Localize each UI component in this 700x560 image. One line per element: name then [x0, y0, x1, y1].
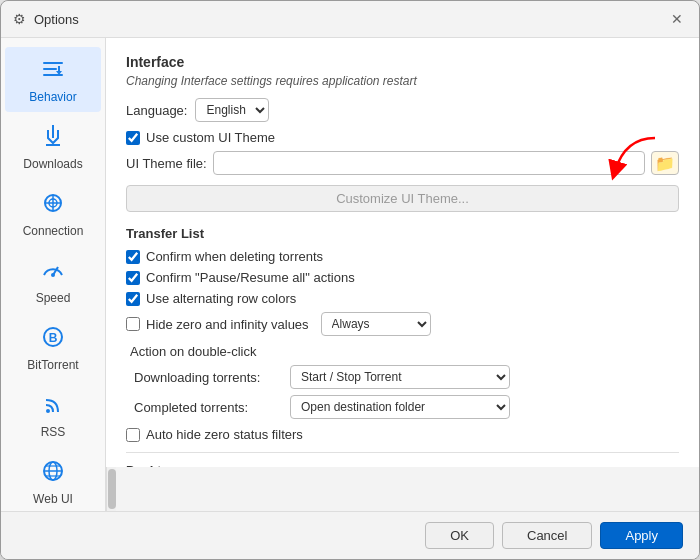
behavior-icon — [39, 55, 67, 87]
ok-button[interactable]: OK — [425, 522, 494, 549]
svg-text:B: B — [49, 331, 58, 345]
main-content: Interface Changing Interface settings re… — [106, 38, 699, 467]
confirm-delete-row: Confirm when deleting torrents — [126, 249, 679, 264]
hide-zero-row: Hide zero and infinity values Always Nev… — [126, 312, 679, 336]
auto-hide-label: Auto hide zero status filters — [146, 427, 303, 442]
theme-file-row: UI Theme file: 📁 — [126, 151, 679, 175]
confirm-pause-checkbox[interactable] — [126, 271, 140, 285]
rss-icon — [39, 390, 67, 422]
action-double-click-label: Action on double-click — [130, 344, 679, 359]
title-bar: ⚙ Options ✕ — [1, 1, 699, 38]
language-row: Language: English — [126, 98, 679, 122]
language-select[interactable]: English — [195, 98, 269, 122]
scrollbar[interactable] — [106, 467, 116, 511]
title-bar-left: ⚙ Options — [13, 11, 79, 27]
sidebar-item-speed[interactable]: Speed — [5, 248, 101, 313]
theme-file-input[interactable] — [213, 151, 645, 175]
use-custom-theme-checkbox[interactable] — [126, 131, 140, 145]
connection-icon — [39, 189, 67, 221]
svg-point-15 — [46, 409, 50, 413]
window-icon: ⚙ — [13, 11, 26, 27]
sidebar-item-connection[interactable]: Connection — [5, 181, 101, 246]
sidebar-item-speed-label: Speed — [36, 291, 71, 305]
close-button[interactable]: ✕ — [667, 9, 687, 29]
language-label: Language: — [126, 103, 187, 118]
sidebar-item-webui-label: Web UI — [33, 492, 73, 506]
sidebar-item-bittorrent-label: BitTorrent — [27, 358, 78, 372]
svg-rect-0 — [43, 62, 63, 64]
downloads-icon — [39, 122, 67, 154]
hide-zero-label: Hide zero and infinity values — [146, 317, 309, 332]
interface-note: Changing Interface settings requires app… — [126, 74, 679, 88]
downloading-label: Downloading torrents: — [134, 370, 284, 385]
alternating-rows-checkbox[interactable] — [126, 292, 140, 306]
sidebar-item-behavior[interactable]: Behavior — [5, 47, 101, 112]
sidebar-item-webui[interactable]: Web UI — [5, 449, 101, 511]
theme-file-label: UI Theme file: — [126, 156, 207, 171]
cancel-button[interactable]: Cancel — [502, 522, 592, 549]
sidebar: Behavior Downloads — [1, 38, 106, 511]
webui-icon — [39, 457, 67, 489]
downloading-select[interactable]: Start / Stop Torrent Open Properties — [290, 365, 510, 389]
apply-button[interactable]: Apply — [600, 522, 683, 549]
content-area: Behavior Downloads — [1, 38, 699, 511]
completed-label: Completed torrents: — [134, 400, 284, 415]
window-title: Options — [34, 12, 79, 27]
svg-point-12 — [51, 273, 55, 277]
section-desktop-title: Desktop — [126, 463, 679, 467]
alternating-rows-label: Use alternating row colors — [146, 291, 296, 306]
auto-hide-checkbox[interactable] — [126, 428, 140, 442]
alternating-rows-row: Use alternating row colors — [126, 291, 679, 306]
hide-zero-select[interactable]: Always Never When inactive — [321, 312, 431, 336]
sidebar-item-rss[interactable]: RSS — [5, 382, 101, 447]
bottom-bar: OK Cancel Apply — [1, 511, 699, 559]
action-grid: Downloading torrents: Start / Stop Torre… — [134, 365, 679, 419]
folder-browse-button[interactable]: 📁 — [651, 151, 679, 175]
sidebar-item-downloads-label: Downloads — [23, 157, 82, 171]
main-area-wrapper: Interface Changing Interface settings re… — [106, 38, 699, 511]
sidebar-item-rss-label: RSS — [41, 425, 66, 439]
scrollbar-thumb — [108, 469, 116, 509]
use-custom-theme-label: Use custom UI Theme — [146, 130, 275, 145]
speed-icon — [39, 256, 67, 288]
sidebar-item-behavior-label: Behavior — [29, 90, 76, 104]
hide-zero-checkbox[interactable] — [126, 317, 140, 331]
sidebar-item-connection-label: Connection — [23, 224, 84, 238]
confirm-pause-label: Confirm "Pause/Resume all" actions — [146, 270, 355, 285]
use-custom-theme-row: Use custom UI Theme — [126, 130, 679, 145]
confirm-pause-row: Confirm "Pause/Resume all" actions — [126, 270, 679, 285]
divider-desktop — [126, 452, 679, 453]
customize-theme-button[interactable]: Customize UI Theme... — [126, 185, 679, 212]
folder-btn-container: 📁 — [651, 151, 679, 175]
action-double-click-section: Action on double-click Downloading torre… — [126, 344, 679, 419]
svg-rect-1 — [43, 68, 57, 70]
bittorrent-icon: B — [39, 323, 67, 355]
section-transfer-title: Transfer List — [126, 226, 679, 241]
auto-hide-row: Auto hide zero status filters — [126, 427, 679, 442]
svg-rect-2 — [43, 74, 63, 76]
confirm-delete-label: Confirm when deleting torrents — [146, 249, 323, 264]
section-interface-title: Interface — [126, 54, 679, 70]
sidebar-item-downloads[interactable]: Downloads — [5, 114, 101, 179]
sidebar-item-bittorrent[interactable]: B BitTorrent — [5, 315, 101, 380]
options-window: ⚙ Options ✕ Behavior — [0, 0, 700, 560]
completed-select[interactable]: Open destination folder Start / Stop Tor… — [290, 395, 510, 419]
confirm-delete-checkbox[interactable] — [126, 250, 140, 264]
